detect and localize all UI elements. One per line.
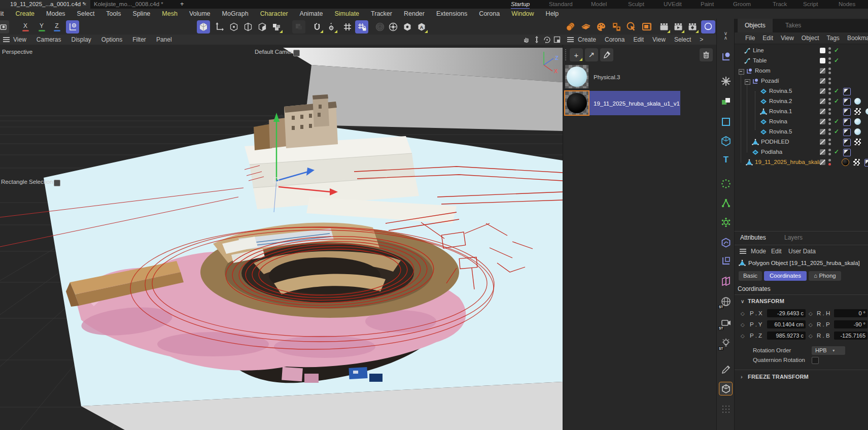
edit-pencil-chip[interactable]	[820, 129, 825, 135]
snowflake-generator-tool[interactable]	[719, 75, 732, 87]
tree-row-line[interactable]: Line ✓	[735, 46, 868, 56]
edges-mode-button[interactable]	[241, 20, 255, 34]
tree-row-podlaha[interactable]: Podlaha ✓	[735, 147, 868, 157]
objects-menu-object[interactable]: Object	[802, 35, 819, 42]
object-hierarchy-mode-button[interactable]	[270, 20, 283, 34]
toggle-view-icon[interactable]	[553, 36, 561, 44]
color-palette-button[interactable]	[595, 20, 608, 34]
viewport-menu-options[interactable]: Options	[101, 36, 122, 43]
layout-tab-groom[interactable]: Groom	[733, 1, 751, 8]
material-menu-create[interactable]: Create	[578, 36, 596, 43]
alpha-tag-icon[interactable]	[853, 159, 860, 166]
material-menu-icon[interactable]	[567, 39, 574, 40]
camera-st-tool[interactable]: ST	[719, 316, 732, 329]
material-menu-overflow[interactable]: >	[700, 36, 703, 43]
visibility-dots-render-off[interactable]	[828, 159, 831, 166]
doc-tab-2[interactable]: Kolejiste_mo..._0008.c4d *	[94, 0, 163, 9]
material-name[interactable]: 19_11_2025_hruba_skala_u1_v1	[594, 101, 680, 107]
symmetry-planes-tool[interactable]	[719, 275, 732, 287]
object-label[interactable]: Rovina	[769, 118, 787, 124]
visibility-dots[interactable]	[828, 149, 831, 156]
layout-tab-model[interactable]: Model	[591, 1, 607, 8]
edit-pencil-chip[interactable]	[820, 109, 825, 114]
layout-tab-track[interactable]: Track	[773, 1, 787, 8]
camera-options-icon[interactable]	[293, 50, 300, 56]
compositing-tag-icon[interactable]	[843, 139, 851, 146]
material-menu-edit[interactable]: Edit	[633, 36, 644, 43]
objects-menu-tags[interactable]: Tags	[827, 35, 840, 42]
objects-menu-file[interactable]: File	[745, 35, 755, 42]
tab-objects[interactable]: Objects	[738, 19, 773, 32]
menu-extensions[interactable]: Extensions	[436, 10, 467, 17]
load-material-button[interactable]: ↗	[585, 48, 598, 61]
layout-tab-script[interactable]: Script	[803, 1, 818, 8]
object-label[interactable]: Podlaha	[761, 149, 782, 155]
visibility-dots[interactable]	[828, 47, 831, 54]
lock-workplane-button[interactable]	[355, 20, 368, 34]
viewport-solo-button[interactable]	[401, 20, 414, 34]
menu-simulate[interactable]: Simulate	[334, 10, 359, 17]
object-label[interactable]: Rovina.2	[769, 98, 792, 104]
menu-animate[interactable]: Animate	[300, 10, 323, 17]
viewport-menu-cameras[interactable]: Cameras	[37, 36, 61, 43]
freeze-collapse-chevron[interactable]: ›	[741, 374, 743, 380]
dotted-cube-tool[interactable]	[719, 403, 732, 415]
cube-primitive-tool[interactable]	[719, 135, 732, 147]
collapse-expand-buttons[interactable]: ∨ ∧	[719, 29, 732, 42]
dotted-sphere-simulation-tool[interactable]	[719, 177, 732, 190]
tree-row-rovina5b[interactable]: Rovina.5 ✓	[735, 127, 868, 137]
modeling-settings-button[interactable]	[387, 20, 400, 34]
attributes-menu-edit[interactable]: Edit	[771, 248, 782, 255]
object-label[interactable]: Rovina.5	[769, 128, 792, 135]
visibility-dots[interactable]	[828, 88, 831, 95]
rotation-order-dropdown[interactable]: HPB ▼	[812, 346, 845, 355]
keyframe-diamond-icon[interactable]: ◇	[809, 322, 813, 327]
axis-cube-tool[interactable]	[719, 254, 732, 267]
attributes-menu-userdata[interactable]: User Data	[788, 248, 816, 255]
tree-row-rovina[interactable]: Rovina ✓	[735, 117, 868, 127]
tree-row-pozadi[interactable]: Pozadí	[735, 76, 868, 86]
plane-primitive-tool[interactable]	[719, 115, 732, 128]
picture-viewer-button[interactable]	[610, 20, 623, 34]
tree-row-table[interactable]: Table ✓	[735, 56, 868, 66]
material-eyedropper-button[interactable]	[600, 48, 613, 61]
rb-input[interactable]: -125.7165	[834, 332, 867, 340]
move-axis-tool[interactable]	[719, 50, 732, 63]
material-toolbar-grip[interactable]	[565, 49, 567, 61]
edit-pencil-chip[interactable]	[820, 98, 825, 104]
visibility-dots[interactable]	[828, 128, 831, 136]
layer-color-chip[interactable]	[820, 48, 825, 53]
compositing-tag-icon[interactable]	[843, 88, 851, 95]
z-axis-lock-button[interactable]: Z	[51, 21, 63, 32]
compositing-tag-icon[interactable]	[843, 98, 851, 106]
viewport-name-label[interactable]: Perspective	[2, 49, 32, 55]
menu-modes[interactable]: Modes	[46, 10, 65, 17]
menu-select[interactable]: Select	[77, 10, 95, 17]
new-tab-button[interactable]: +	[180, 0, 184, 8]
tab-attributes[interactable]: Attributes	[740, 234, 766, 241]
layout-tab-uvedit[interactable]: UVEdit	[664, 1, 682, 8]
light-st-tool[interactable]: ST	[719, 337, 732, 349]
object-label-selected[interactable]: 19_11_2025_hruba_skala	[755, 159, 822, 165]
collapse-expander[interactable]	[739, 69, 744, 75]
clipped-left-tool-icon[interactable]	[0, 20, 9, 34]
keyframe-diamond-icon[interactable]: ◇	[741, 322, 745, 327]
annotation-button[interactable]: A	[415, 20, 428, 34]
material-tag-icon[interactable]	[854, 128, 861, 135]
rp-input[interactable]: -90 °	[834, 320, 867, 328]
collapse-expander[interactable]	[745, 79, 750, 85]
menu-tools[interactable]: Tools	[106, 10, 121, 17]
viewport-menu-filter[interactable]: Filter	[132, 36, 146, 43]
material-thumbnail[interactable]	[565, 65, 588, 88]
material-row-hruba-skala[interactable]: 19_11_2025_hruba_skala_u1_v1	[563, 91, 717, 117]
enabled-check-icon[interactable]: ✓	[834, 128, 839, 135]
object-label[interactable]: Room	[755, 68, 771, 74]
globe-st-tool[interactable]: ST	[719, 295, 732, 308]
visibility-dots[interactable]	[828, 118, 831, 125]
menu-mesh[interactable]: Mesh	[162, 10, 178, 17]
visibility-dots[interactable]	[828, 139, 831, 146]
text-tool[interactable]: T	[719, 153, 732, 166]
edit-pencil-chip[interactable]	[820, 119, 825, 124]
joint-character-tool[interactable]	[719, 196, 732, 209]
edit-pencil-chip[interactable]	[820, 139, 825, 145]
